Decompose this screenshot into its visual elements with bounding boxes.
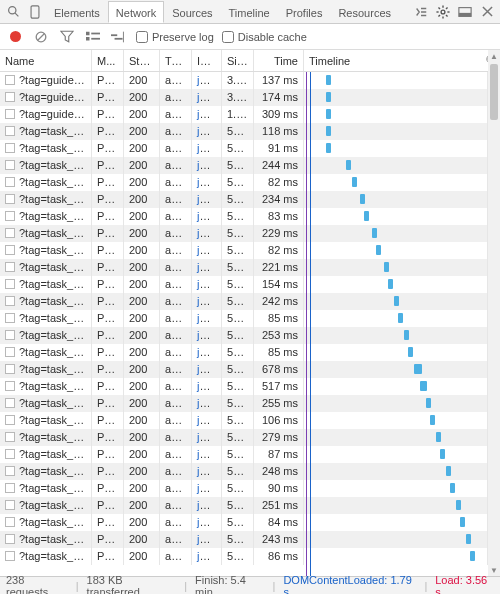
- initiator-link[interactable]: jqu...: [197, 499, 221, 511]
- table-row[interactable]: ?tag=task_list...PO...200ap...jqu...55..…: [0, 429, 488, 446]
- col-initiator[interactable]: Initi...: [192, 50, 222, 71]
- initiator-link[interactable]: jqu...: [197, 346, 221, 358]
- tab-resources[interactable]: Resources: [330, 1, 399, 23]
- cell-method: PO...: [92, 310, 124, 327]
- initiator-link[interactable]: jqu...: [197, 74, 221, 86]
- cell-method: PO...: [92, 208, 124, 225]
- preserve-log-checkbox[interactable]: Preserve log: [136, 31, 214, 43]
- col-timeline[interactable]: Timeline 6: [304, 50, 500, 71]
- initiator-link[interactable]: jqu...: [197, 261, 221, 273]
- initiator-link[interactable]: jqu...: [197, 159, 221, 171]
- cell-type: ap...: [160, 259, 192, 276]
- table-row[interactable]: ?tag=task_list...PO...200ap...jqu...55..…: [0, 123, 488, 140]
- initiator-link[interactable]: jqu...: [197, 550, 221, 562]
- cell-initiator: jqu...: [192, 480, 222, 497]
- col-name[interactable]: Name: [0, 50, 92, 71]
- svg-rect-16: [86, 31, 90, 35]
- initiator-link[interactable]: jqu...: [197, 533, 221, 545]
- cell-size: 55...: [222, 361, 254, 378]
- tab-network[interactable]: Network: [108, 1, 164, 23]
- scroll-thumb[interactable]: [490, 64, 498, 120]
- table-row[interactable]: ?tag=task_list...PO...200ap...jqu...55..…: [0, 412, 488, 429]
- cell-size: 3.1...: [222, 72, 254, 89]
- col-status[interactable]: Status: [124, 50, 160, 71]
- device-icon[interactable]: [24, 1, 46, 23]
- table-row[interactable]: ?tag=task_list...PO...200ap...jqu...55..…: [0, 446, 488, 463]
- cell-timeline: [304, 106, 488, 123]
- dock-icon[interactable]: [454, 1, 476, 23]
- table-row[interactable]: ?tag=task_list...PO...200ap...jqu...55..…: [0, 225, 488, 242]
- initiator-link[interactable]: jqu...: [197, 380, 221, 392]
- view-large-icon[interactable]: [84, 28, 102, 46]
- table-row[interactable]: ?tag=task_list...PO...200ap...jqu...55..…: [0, 463, 488, 480]
- initiator-link[interactable]: jqu...: [197, 278, 221, 290]
- clear-icon[interactable]: [32, 28, 50, 46]
- drawer-icon[interactable]: [410, 1, 432, 23]
- gear-icon[interactable]: [432, 1, 454, 23]
- initiator-link[interactable]: jqu...: [197, 363, 221, 375]
- disable-cache-checkbox[interactable]: Disable cache: [222, 31, 307, 43]
- initiator-link[interactable]: jqu...: [197, 448, 221, 460]
- col-time[interactable]: Time: [254, 50, 304, 71]
- initiator-link[interactable]: jqu...: [197, 244, 221, 256]
- initiator-link[interactable]: jqu...: [197, 329, 221, 341]
- tab-elements[interactable]: Elements: [46, 1, 108, 23]
- table-row[interactable]: ?tag=task_list...PO...200ap...jqu...55..…: [0, 157, 488, 174]
- table-row[interactable]: ?tag=task_list...PO...200ap...jqu...55..…: [0, 361, 488, 378]
- initiator-link[interactable]: jqu...: [197, 142, 221, 154]
- initiator-link[interactable]: jqu...: [197, 210, 221, 222]
- table-row[interactable]: ?tag=task_list...PO...200ap...jqu...55..…: [0, 480, 488, 497]
- table-row[interactable]: ?tag=guide&...PO...200ap...jqu...3.8...1…: [0, 89, 488, 106]
- col-method[interactable]: M...: [92, 50, 124, 71]
- table-row[interactable]: ?tag=task_list...PO...200ap...jqu...55..…: [0, 344, 488, 361]
- table-row[interactable]: ?tag=task_list...PO...200ap...jqu...55..…: [0, 276, 488, 293]
- initiator-link[interactable]: jqu...: [197, 176, 221, 188]
- scroll-up-icon[interactable]: ▲: [488, 50, 500, 62]
- initiator-link[interactable]: jqu...: [197, 227, 221, 239]
- table-row[interactable]: ?tag=task_list...PO...200ap...jqu...55..…: [0, 531, 488, 548]
- table-row[interactable]: ?tag=task_list...PO...200ap...jqu...55..…: [0, 395, 488, 412]
- svg-line-8: [438, 7, 440, 9]
- col-size[interactable]: Size: [222, 50, 254, 71]
- tab-sources[interactable]: Sources: [164, 1, 220, 23]
- col-type[interactable]: Type: [160, 50, 192, 71]
- vertical-scrollbar[interactable]: ▲ ▼: [488, 50, 500, 576]
- table-row[interactable]: ?tag=task_list...PO...200ap...jqu...55..…: [0, 191, 488, 208]
- initiator-link[interactable]: jqu...: [197, 397, 221, 409]
- initiator-link[interactable]: jqu...: [197, 465, 221, 477]
- filter-icon[interactable]: [58, 28, 76, 46]
- initiator-link[interactable]: jqu...: [197, 312, 221, 324]
- table-row[interactable]: ?tag=guide&...PO...200ap...jqu...1.3...3…: [0, 106, 488, 123]
- file-icon: [5, 279, 15, 289]
- table-row[interactable]: ?tag=task_list...PO...200ap...jqu...55..…: [0, 548, 488, 565]
- table-row[interactable]: ?tag=guide&...PO...200ap...jqu...3.1...1…: [0, 72, 488, 89]
- record-button[interactable]: [6, 28, 24, 46]
- timeline-overview-icon[interactable]: [110, 28, 128, 46]
- table-row[interactable]: ?tag=task_list...PO...200ap...jqu...55..…: [0, 293, 488, 310]
- table-row[interactable]: ?tag=task_list...PO...200ap...jqu...55..…: [0, 497, 488, 514]
- table-row[interactable]: ?tag=task_list...PO...200ap...jqu...55..…: [0, 378, 488, 395]
- table-row[interactable]: ?tag=task_list...PO...200ap...jqu...55..…: [0, 259, 488, 276]
- initiator-link[interactable]: jqu...: [197, 482, 221, 494]
- search-icon[interactable]: [2, 1, 24, 23]
- initiator-link[interactable]: jqu...: [197, 295, 221, 307]
- table-row[interactable]: ?tag=task_list...PO...200ap...jqu...55..…: [0, 327, 488, 344]
- cell-initiator: jqu...: [192, 412, 222, 429]
- table-row[interactable]: ?tag=task_list...PO...200ap...jqu...55..…: [0, 310, 488, 327]
- initiator-link[interactable]: jqu...: [197, 431, 221, 443]
- table-row[interactable]: ?tag=task_list...PO...200ap...jqu...55..…: [0, 174, 488, 191]
- table-row[interactable]: ?tag=task_list...PO...200ap...jqu...55..…: [0, 514, 488, 531]
- table-row[interactable]: ?tag=task_list...PO...200ap...jqu...55..…: [0, 208, 488, 225]
- table-row[interactable]: ?tag=task_list...PO...200ap...jqu...55..…: [0, 140, 488, 157]
- initiator-link[interactable]: jqu...: [197, 516, 221, 528]
- initiator-link[interactable]: jqu...: [197, 125, 221, 137]
- timing-bar: [352, 177, 357, 187]
- initiator-link[interactable]: jqu...: [197, 414, 221, 426]
- table-row[interactable]: ?tag=task_list...PO...200ap...jqu...55..…: [0, 242, 488, 259]
- initiator-link[interactable]: jqu...: [197, 108, 221, 120]
- close-icon[interactable]: [476, 1, 498, 23]
- initiator-link[interactable]: jqu...: [197, 91, 221, 103]
- tab-timeline[interactable]: Timeline: [221, 1, 278, 23]
- tab-profiles[interactable]: Profiles: [278, 1, 331, 23]
- initiator-link[interactable]: jqu...: [197, 193, 221, 205]
